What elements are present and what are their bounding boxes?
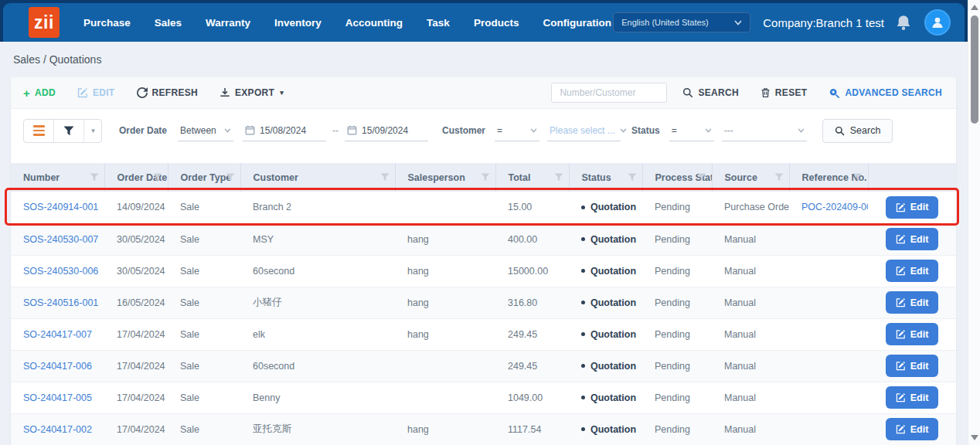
total-cell: 15.00 xyxy=(495,192,569,223)
column-header[interactable]: Number xyxy=(11,163,104,192)
search-button[interactable]: SEARCH xyxy=(682,87,738,98)
scrollbar[interactable] xyxy=(968,0,980,445)
customer-value-select[interactable]: Please select ... xyxy=(547,121,621,141)
nav-menu-item[interactable]: Inventory xyxy=(274,17,322,29)
table-row[interactable]: SOS-240516-001 16/05/2024 Sale 小猪仔 hang … xyxy=(11,287,956,318)
column-header[interactable]: Reference No. xyxy=(789,163,868,192)
add-button[interactable]: + ADD xyxy=(23,87,56,99)
breadcrumb: Sales / Quotations xyxy=(13,53,101,66)
nav-menu-item[interactable]: Configuration xyxy=(543,17,611,29)
table-row[interactable]: SOS-240530-006 30/05/2024 Sale 60second … xyxy=(11,255,956,287)
reference-link[interactable]: POC-202409-0013 xyxy=(801,202,868,212)
total-cell: 15000.00 xyxy=(495,255,569,287)
filter-toggle-button[interactable] xyxy=(54,120,84,142)
column-filter-funnel-icon[interactable] xyxy=(90,173,99,182)
scrollbar-up-arrow[interactable] xyxy=(971,5,978,10)
notification-bell-icon[interactable] xyxy=(895,14,912,32)
edit-button[interactable]: EDIT xyxy=(77,87,115,98)
column-header[interactable]: Process State xyxy=(642,163,712,192)
filter-dropdown-button[interactable]: ▾ xyxy=(84,120,101,142)
status-dot xyxy=(581,396,585,399)
customer-placeholder: Please select ... xyxy=(550,125,615,136)
status-value-select[interactable]: --- xyxy=(722,121,807,141)
row-edit-button[interactable]: Edit xyxy=(886,355,939,377)
column-header[interactable]: Source xyxy=(712,163,789,192)
hamburger-icon xyxy=(33,125,45,136)
order-number-link[interactable]: SOS-240914-001 xyxy=(23,202,98,212)
nav-menu-item[interactable]: Accounting xyxy=(345,17,403,29)
language-select[interactable]: English (United States) xyxy=(613,12,750,32)
nav-menu-item[interactable]: Task xyxy=(427,17,450,29)
add-button-label: ADD xyxy=(35,87,56,98)
refresh-button[interactable]: REFRESH xyxy=(137,87,198,98)
reference-cell xyxy=(789,287,868,318)
user-avatar[interactable] xyxy=(924,9,951,36)
column-filter-funnel-icon[interactable] xyxy=(380,173,390,182)
process-state-cell: Pending xyxy=(642,318,712,350)
language-select-value: English (United States) xyxy=(621,18,709,27)
customer-filter-label: Customer xyxy=(442,125,485,136)
order-date-cell: 30/05/2024 xyxy=(104,223,168,255)
nav-menu-item[interactable]: Sales xyxy=(155,17,182,29)
column-filter-funnel-icon[interactable] xyxy=(628,173,637,182)
order-number-link[interactable]: SOS-240530-006 xyxy=(23,266,98,277)
column-header[interactable]: Order Type xyxy=(168,163,240,192)
order-number-link[interactable]: SO-240417-005 xyxy=(23,392,92,403)
actions-cell: Edit xyxy=(868,413,956,445)
order-date-cell: 30/05/2024 xyxy=(104,255,168,287)
column-filter-funnel-icon[interactable] xyxy=(554,173,563,182)
date-to-field[interactable]: 15/09/2024 xyxy=(345,121,428,141)
status-cell: Quotation xyxy=(569,192,642,223)
row-edit-button[interactable]: Edit xyxy=(886,260,939,282)
table-row[interactable]: SO-240417-007 17/04/2024 Sale elk hang 2… xyxy=(11,318,956,350)
table-row[interactable]: SOS-240914-001 14/09/2024 Sale Branch 2 … xyxy=(11,192,956,223)
export-button[interactable]: EXPORT ▾ xyxy=(219,87,284,98)
order-number-link[interactable]: SO-240417-006 xyxy=(23,361,92,372)
order-number-link[interactable]: SOS-240516-001 xyxy=(23,297,98,308)
row-edit-button[interactable]: Edit xyxy=(886,228,939,250)
actions-cell: Edit xyxy=(868,223,956,255)
order-date-cell: 17/04/2024 xyxy=(104,382,168,413)
nav-menu-item[interactable]: Purchase xyxy=(83,17,131,29)
filter-search-button[interactable]: Search xyxy=(822,119,893,143)
order-number-link[interactable]: SO-240417-007 xyxy=(23,329,92,340)
date-from-field[interactable]: 15/08/2024 xyxy=(243,121,326,141)
table-row[interactable]: SO-240417-006 17/04/2024 Sale 60second 2… xyxy=(11,350,956,382)
column-header[interactable]: Customer xyxy=(240,163,395,192)
column-filter-funnel-icon[interactable] xyxy=(153,173,162,182)
advanced-search-button[interactable]: ADVANCED SEARCH xyxy=(829,87,942,99)
order-number-link[interactable]: SOS-240530-007 xyxy=(23,234,98,245)
column-header[interactable]: Status xyxy=(569,163,642,192)
column-filter-funnel-icon[interactable] xyxy=(774,173,784,182)
scrollbar-down-arrow[interactable] xyxy=(971,435,978,440)
salesperson-cell: hang xyxy=(395,223,495,255)
column-header[interactable]: Order Date xyxy=(104,163,168,192)
column-filter-funnel-icon[interactable] xyxy=(697,173,706,182)
nav-menu-item[interactable]: Warranty xyxy=(206,17,250,29)
column-header[interactable]: Total xyxy=(495,163,569,192)
order-number-link[interactable]: SO-240417-002 xyxy=(23,424,92,435)
scrollbar-thumb[interactable] xyxy=(971,15,978,124)
row-edit-button[interactable]: Edit xyxy=(886,418,939,440)
column-header[interactable]: Salesperson xyxy=(395,163,495,192)
table-row[interactable]: SO-240417-002 17/04/2024 Sale 亚托克斯 hang … xyxy=(11,413,956,445)
row-edit-button[interactable]: Edit xyxy=(886,196,939,219)
number-cell: SOS-240516-001 xyxy=(11,287,104,318)
column-filter-funnel-icon[interactable] xyxy=(853,173,863,182)
table-row[interactable]: SOS-240530-007 30/05/2024 Sale MSY hang … xyxy=(11,223,956,255)
quick-search-input[interactable] xyxy=(551,83,667,103)
row-edit-button[interactable]: Edit xyxy=(886,323,939,345)
row-edit-button[interactable]: Edit xyxy=(886,291,939,314)
column-filter-funnel-icon[interactable] xyxy=(226,173,235,182)
customer-cell: elk xyxy=(240,318,395,350)
order-date-operator-select[interactable]: Between xyxy=(178,121,233,141)
nav-menu-item[interactable]: Products xyxy=(474,17,519,29)
customer-operator-select[interactable]: = xyxy=(495,121,539,141)
row-edit-button[interactable]: Edit xyxy=(886,386,939,409)
app-logo[interactable]: zii xyxy=(29,7,60,38)
status-operator-select[interactable]: = xyxy=(669,121,714,141)
reset-button[interactable]: RESET xyxy=(761,87,808,98)
list-view-button[interactable] xyxy=(24,120,54,142)
column-filter-funnel-icon[interactable] xyxy=(481,173,490,182)
table-row[interactable]: SO-240417-005 17/04/2024 Sale Benny 1049… xyxy=(11,382,956,413)
